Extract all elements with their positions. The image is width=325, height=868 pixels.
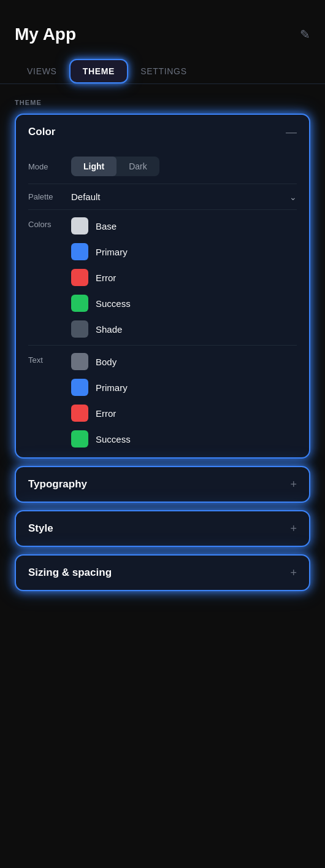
text-color-item-error[interactable]: Error: [71, 405, 297, 422]
mode-label: Mode: [28, 162, 71, 171]
text-color-item-success[interactable]: Success: [71, 430, 297, 448]
style-panel: Style +: [15, 510, 310, 547]
style-panel-title: Style: [28, 522, 53, 535]
mode-toggle: Light Dark: [71, 157, 159, 176]
palette-row: Palette Default ⌄: [28, 184, 297, 209]
text-color-swatch-error: [71, 405, 88, 422]
sizing-spacing-panel-header[interactable]: Sizing & spacing +: [16, 556, 309, 590]
palette-value: Default: [71, 192, 101, 202]
color-item-primary[interactable]: Primary: [71, 243, 297, 260]
color-panel-content: Mode Light Dark Palette Default ⌄: [16, 149, 309, 457]
color-name-primary: Primary: [96, 247, 128, 257]
color-swatch-primary: [71, 243, 88, 260]
colors-row: Colors Base Primary Error Success Shade: [28, 217, 297, 338]
text-color-name-success: Success: [96, 434, 131, 444]
color-item-base[interactable]: Base: [71, 217, 297, 234]
tab-theme[interactable]: THEME: [69, 59, 129, 83]
color-swatch-shade: [71, 320, 88, 338]
color-name-base: Base: [96, 221, 117, 231]
tab-views[interactable]: VIEWS: [15, 59, 69, 83]
text-color-item-body[interactable]: Body: [71, 353, 297, 370]
palette-chevron-icon: ⌄: [289, 192, 297, 202]
section-label: THEME: [15, 99, 310, 106]
text-color-swatch-primary: [71, 379, 88, 396]
text-color-name-primary: Primary: [96, 382, 128, 393]
style-panel-header[interactable]: Style +: [16, 511, 309, 546]
color-panel-header[interactable]: Color —: [16, 115, 309, 149]
tabs-container: VIEWS THEME SETTINGS: [0, 54, 325, 84]
palette-select[interactable]: Default ⌄: [71, 192, 297, 202]
typography-panel-header[interactable]: Typography +: [16, 467, 309, 502]
text-color-item-primary[interactable]: Primary: [71, 379, 297, 396]
color-name-error: Error: [96, 273, 116, 283]
app-title: My App: [15, 25, 76, 44]
color-name-shade: Shade: [96, 324, 122, 335]
text-color-name-body: Body: [96, 357, 117, 367]
sizing-spacing-panel-title: Sizing & spacing: [28, 567, 112, 579]
typography-panel: Typography +: [15, 466, 310, 503]
app-container: My App ✎ VIEWS THEME SETTINGS THEME Colo…: [0, 0, 325, 868]
color-item-error[interactable]: Error: [71, 269, 297, 286]
edit-icon[interactable]: ✎: [300, 27, 310, 42]
mode-toggle-container: Light Dark: [71, 157, 297, 176]
text-color-swatch-success: [71, 430, 88, 448]
colors-label: Colors: [28, 217, 71, 229]
color-swatch-error: [71, 269, 88, 286]
colors-section: Colors Base Primary Error Success Shade: [28, 209, 297, 338]
text-section: Text Body Primary Error Success: [28, 345, 297, 448]
mode-row: Mode Light Dark: [28, 149, 297, 184]
mode-light-button[interactable]: Light: [71, 157, 117, 176]
typography-panel-expand-icon[interactable]: +: [290, 479, 297, 490]
tab-settings[interactable]: SETTINGS: [128, 59, 199, 83]
color-panel-collapse-icon[interactable]: —: [286, 126, 297, 138]
colors-list: Base Primary Error Success Shade: [71, 217, 297, 338]
palette-label: Palette: [28, 192, 71, 201]
mode-dark-button[interactable]: Dark: [117, 157, 159, 176]
text-color-swatch-body: [71, 353, 88, 370]
header: My App ✎: [0, 0, 325, 54]
sizing-spacing-panel: Sizing & spacing +: [15, 554, 310, 591]
text-label: Text: [28, 353, 71, 365]
style-panel-expand-icon[interactable]: +: [290, 523, 297, 534]
color-name-success: Success: [96, 298, 131, 309]
sizing-spacing-panel-expand-icon[interactable]: +: [290, 567, 297, 578]
color-panel-title: Color: [28, 126, 55, 138]
color-swatch-base: [71, 217, 88, 234]
text-colors-list: Body Primary Error Success: [71, 353, 297, 448]
text-color-name-error: Error: [96, 408, 116, 419]
content: THEME Color — Mode Light Dark: [0, 84, 325, 613]
color-item-shade[interactable]: Shade: [71, 320, 297, 338]
color-panel: Color — Mode Light Dark Palette: [15, 114, 310, 459]
color-swatch-success: [71, 295, 88, 312]
typography-panel-title: Typography: [28, 478, 87, 490]
color-item-success[interactable]: Success: [71, 295, 297, 312]
